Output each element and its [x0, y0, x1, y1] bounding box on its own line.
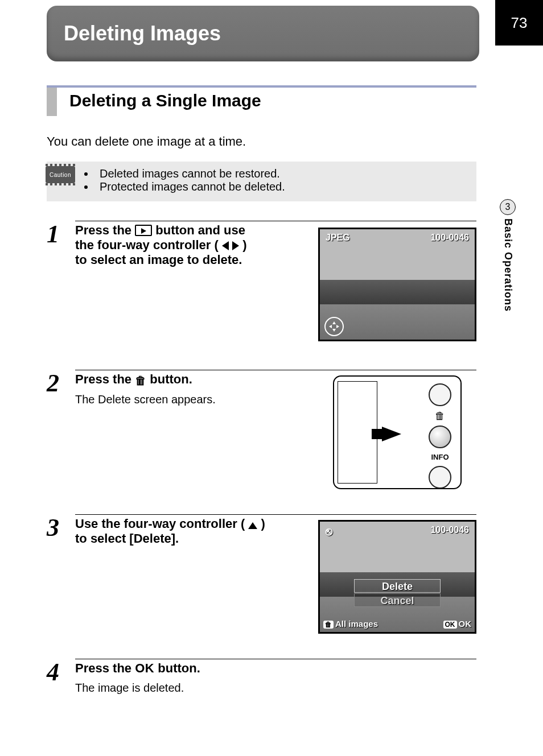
menu-item-delete[interactable]: Delete: [354, 579, 441, 593]
page-title-banner: Deleting Images: [47, 6, 479, 61]
page-number: 73: [511, 14, 528, 32]
svg-marker-1: [332, 329, 336, 332]
left-triangle-icon: [222, 241, 229, 250]
trash-icon: 🗑: [135, 374, 146, 387]
step-number: 1: [47, 220, 59, 249]
trash-icon: 🗑: [435, 411, 445, 421]
info-button: [429, 466, 451, 489]
section-title: Deleting a Single Image: [69, 88, 261, 116]
chapter-number: 3: [505, 202, 511, 212]
text: ): [242, 238, 246, 252]
text: Press the: [75, 223, 135, 237]
ok-button-label: OK: [135, 661, 154, 675]
step-2: 2 Press the 🗑 button. The Delete screen …: [47, 365, 476, 406]
text: ): [261, 517, 265, 531]
trash-badge-icon: 🗑: [323, 621, 334, 629]
caution-item: Protected images cannot be deleted.: [84, 180, 468, 193]
ok-label: OK: [459, 619, 472, 629]
delete-playback-icon: ⎋: [326, 525, 332, 538]
text: to select an image to delete.: [75, 253, 242, 267]
step-number: 2: [47, 369, 59, 398]
page-number-box: 73: [495, 0, 543, 46]
caution-box: Caution Deleted images cannot be restore…: [47, 162, 476, 201]
delete-button: [429, 425, 451, 448]
svg-marker-0: [332, 321, 336, 324]
right-triangle-icon: [232, 241, 239, 250]
svg-marker-2: [329, 325, 332, 328]
text: button.: [150, 372, 192, 386]
lcd-screenshot-3: ⎋ 100-0046 Delete Cancel 🗑All images OKO…: [318, 520, 476, 634]
page-title: Deleting Images: [64, 22, 221, 46]
lcd-format-label: JPEG: [326, 233, 350, 243]
text: button and use: [155, 223, 245, 237]
lcd-file-number: 100-0046: [430, 233, 469, 243]
all-images-hint: 🗑All images: [323, 619, 378, 629]
delete-menu: Delete Cancel: [354, 579, 441, 607]
step-number: 4: [47, 658, 59, 687]
chapter-number-circle: 3: [500, 199, 516, 215]
lcd-file-number: 100-0046: [430, 525, 469, 535]
pointer-arrow-icon: [382, 427, 401, 441]
text: Press the: [75, 372, 135, 386]
caution-badge: Caution: [46, 166, 75, 183]
ok-badge-icon: OK: [443, 621, 457, 629]
text: button.: [158, 661, 200, 675]
chapter-title: Basic Operations: [502, 218, 514, 312]
ok-hint: OKOK: [443, 619, 472, 629]
button-column: 🗑 INFO: [423, 383, 457, 489]
svg-marker-3: [336, 325, 339, 328]
top-button: [429, 383, 451, 406]
chapter-tab: 3 Basic Operations: [500, 199, 516, 312]
nav-wheel-icon: [324, 317, 344, 336]
text: Press the: [75, 661, 135, 675]
playback-icon: [135, 225, 152, 236]
step-4: 4 Press the OK button. The image is dele…: [47, 654, 476, 695]
step-body: Press the OK button. The image is delete…: [75, 654, 476, 695]
step-number: 3: [47, 513, 59, 542]
lcd-image-placeholder: [320, 522, 475, 632]
section-heading-row: Deleting a Single Image: [47, 88, 476, 116]
step-1: 1 Press the button and use the four-way …: [47, 216, 476, 267]
step-3: 3 Use the four-way controller ( ) to sel…: [47, 510, 476, 546]
lcd-bottom-bar: 🗑All images OKOK: [323, 619, 471, 629]
section-side-bar: [47, 88, 57, 116]
camera-back-illustration: 🗑 INFO: [318, 375, 476, 489]
caution-item: Deleted images cannot be restored.: [84, 167, 468, 180]
text: Use the four-way controller (: [75, 517, 245, 531]
all-images-label: All images: [335, 619, 378, 629]
text: to select [Delete].: [75, 531, 179, 546]
up-triangle-icon: [248, 522, 257, 529]
text: the four-way controller (: [75, 238, 219, 252]
menu-item-cancel[interactable]: Cancel: [354, 593, 441, 607]
intro-text: You can delete one image at a time.: [47, 134, 246, 149]
step-subtext: The image is deleted.: [75, 681, 476, 695]
caution-list: Deleted images cannot be restored. Prote…: [81, 167, 468, 193]
lcd-screenshot-1: JPEG 100-0046: [318, 228, 476, 341]
info-label: INFO: [431, 453, 449, 461]
